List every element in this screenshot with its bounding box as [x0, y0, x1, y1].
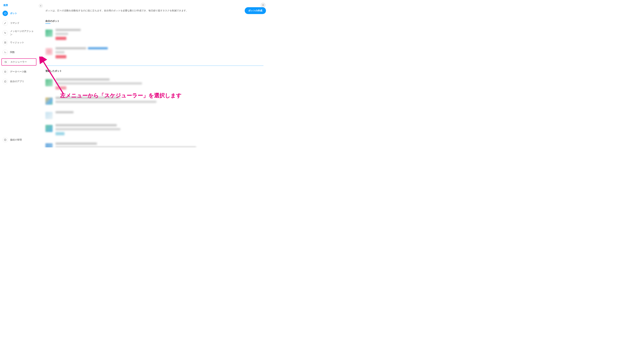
- sidebar-item-connection-manage[interactable]: 接続の管理: [2, 136, 36, 144]
- cloud-icon: [2, 11, 8, 16]
- sidebar-item-label: データベース数: [10, 70, 26, 73]
- list-item[interactable]: [46, 95, 266, 109]
- sidebar-item-scheduler[interactable]: スケジューラー: [2, 58, 36, 66]
- pointer-icon: [2, 30, 8, 36]
- bot-avatar: [46, 98, 52, 105]
- pen-icon: [2, 20, 8, 26]
- sidebar-item-function[interactable]: 関数: [2, 49, 36, 56]
- bot-avatar: [46, 112, 52, 119]
- sidebar-item-label: ウィジェット: [10, 41, 24, 44]
- svg-point-7: [5, 140, 6, 140]
- sidebar-item-my-apps[interactable]: 自分のアプリ: [2, 78, 36, 85]
- sidebar-item-label: コマンド: [10, 22, 20, 25]
- bot-avatar: [46, 125, 52, 132]
- list-item[interactable]: [46, 122, 266, 141]
- gear-icon: [2, 137, 8, 142]
- svg-rect-0: [4, 42, 5, 42]
- svg-rect-3: [6, 43, 6, 44]
- main-content: ボットは、日々の活動を自動化するのに役に立ちます。自分用のボットを必要な数だけ作…: [46, 0, 270, 148]
- sidebar-item-label: 自分のアプリ: [10, 80, 24, 83]
- sidebar-item-bot[interactable]: ボット: [2, 10, 36, 17]
- fx-icon: [2, 50, 8, 55]
- svg-point-6: [4, 71, 6, 72]
- list-item[interactable]: [46, 46, 266, 64]
- list-item[interactable]: [46, 76, 266, 95]
- list-item[interactable]: [46, 109, 266, 122]
- back-button[interactable]: [38, 4, 43, 8]
- svg-point-5: [6, 62, 6, 63]
- puzzle-icon: [2, 79, 8, 84]
- sidebar-title: 連携: [2, 2, 36, 10]
- sidebar-item-label: スケジューラー: [10, 60, 27, 64]
- sidebar: 連携 ボット コマンド メッセージのアクション ウィジェット 関数 ス: [0, 0, 38, 148]
- sidebar-item-command[interactable]: コマンド: [2, 20, 36, 27]
- section-title-registered-bots: 登録したボット: [46, 69, 266, 72]
- bot-avatar: [46, 143, 52, 148]
- create-bot-button[interactable]: ボットの作成: [245, 7, 266, 14]
- bot-avatar: [46, 48, 52, 55]
- list-item[interactable]: [46, 141, 266, 148]
- svg-rect-1: [6, 42, 6, 42]
- bot-avatar: [46, 30, 52, 37]
- database-icon: [2, 69, 8, 74]
- sidebar-item-widget[interactable]: ウィジェット: [2, 39, 36, 46]
- sidebar-item-label: 接続の管理: [10, 138, 22, 142]
- list-item[interactable]: [46, 27, 266, 46]
- section-underline: [46, 24, 50, 24]
- section-title-my-bots: 自分のボット: [46, 20, 266, 23]
- sidebar-item-database[interactable]: データベース数: [2, 68, 36, 75]
- intro-text: ボットは、日々の活動を自動化するのに役に立ちます。自分用のボットを必要な数だけ作…: [46, 9, 188, 12]
- grid-icon: [2, 40, 8, 45]
- my-bots-list: [46, 27, 266, 64]
- svg-rect-2: [4, 43, 5, 44]
- sidebar-item-label: ボット: [10, 12, 17, 15]
- calendar-icon: [3, 59, 8, 65]
- bot-avatar: [46, 79, 52, 86]
- registered-bots-list: [46, 76, 266, 148]
- sidebar-item-message-action[interactable]: メッセージのアクション: [2, 29, 36, 36]
- sidebar-item-label: 関数: [10, 51, 15, 54]
- section-divider: [46, 66, 264, 66]
- sidebar-item-label: メッセージのアクション: [10, 30, 35, 36]
